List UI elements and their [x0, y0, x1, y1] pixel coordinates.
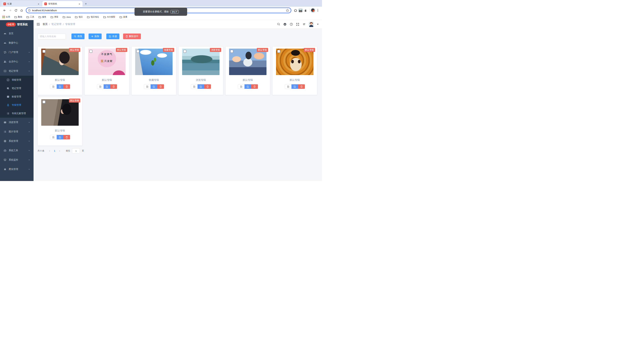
album-checkbox[interactable] — [136, 50, 139, 53]
screenshot-new-icon[interactable]: NEW — [298, 7, 303, 13]
select-all-button[interactable]: 全选 — [106, 33, 120, 39]
sidebar-item-albums[interactable]: 专辑管理 — [0, 101, 34, 109]
sidebar-item-tools[interactable]: 系统工具 — [0, 146, 34, 155]
extensions-puzzle-icon[interactable] — [303, 7, 308, 13]
view-button[interactable] — [97, 84, 104, 89]
edit-button[interactable] — [57, 84, 64, 89]
delete-button[interactable] — [204, 84, 211, 89]
album-checkbox[interactable] — [277, 50, 280, 53]
delete-button[interactable] — [298, 84, 305, 89]
edit-button[interactable] — [150, 84, 157, 89]
bookmark-folder[interactable]: 翻墙 — [14, 15, 22, 18]
edit-button[interactable] — [57, 135, 64, 139]
delete-button[interactable] — [110, 84, 117, 89]
back-icon[interactable] — [2, 7, 8, 13]
delete-selected-button[interactable]: 删除选中 — [123, 33, 141, 39]
help-icon[interactable]: ? — [290, 22, 293, 26]
album-checkbox[interactable] — [42, 100, 46, 103]
add-button[interactable]: 添加 — [88, 33, 102, 39]
next-page-icon[interactable]: › — [57, 149, 62, 152]
bookmark-folder[interactable]: 直播 — [120, 15, 127, 18]
album-checkbox[interactable] — [230, 50, 233, 53]
album-title: 默认专辑 — [272, 78, 317, 82]
new-tab-button[interactable]: + — [84, 1, 88, 6]
album-page-content: 查找 添加 全选 删除选中 — [34, 28, 322, 181]
bookmark-folder[interactable]: 项目 — [75, 15, 83, 18]
bookmark-folder[interactable]: 服务 — [38, 15, 46, 18]
power-icon[interactable] — [293, 7, 298, 13]
image-list-icon — [4, 130, 6, 133]
sidebar-item-monitor[interactable]: 系统监控 — [0, 155, 34, 165]
tab-close-icon[interactable]: × — [37, 2, 40, 5]
album-checkbox[interactable] — [183, 50, 186, 53]
browser-profile-avatar[interactable] — [310, 8, 315, 13]
prev-page-icon[interactable]: ‹ — [47, 149, 52, 152]
tab-close-icon[interactable]: × — [78, 2, 81, 5]
album-checkbox[interactable] — [90, 50, 92, 53]
album-checkbox[interactable] — [42, 50, 46, 53]
bookmark-folder[interactable]: Java — [63, 16, 70, 18]
edit-button[interactable] — [292, 84, 298, 89]
sidebar-fold-icon[interactable] — [36, 23, 40, 26]
github-icon[interactable] — [283, 22, 287, 26]
album-name-input[interactable] — [38, 33, 66, 39]
edit-icon — [109, 35, 111, 37]
sidebar-item-portal[interactable]: 门户管理 — [0, 48, 34, 57]
delete-button[interactable] — [251, 84, 258, 89]
sidebar-item-audit[interactable]: 审核管理 — [0, 76, 34, 84]
bookmark-apps[interactable]: 应用 — [2, 15, 10, 18]
sidebar-item-members[interactable]: 会员中心 — [0, 57, 34, 66]
sidebar-item-home[interactable]: 首页 — [0, 29, 34, 38]
site-info-icon[interactable] — [28, 9, 31, 12]
breadcrumb-notes[interactable]: 笔记管理 — [51, 23, 62, 26]
sidebar-item-system[interactable]: 系统管理 — [0, 136, 34, 146]
bookmark-label: 工具 — [30, 15, 34, 18]
sidebar-item-label: 图片管理 — [9, 130, 28, 133]
bookmark-star-icon[interactable] — [286, 9, 289, 12]
header-search-icon[interactable] — [277, 22, 280, 26]
edit-button[interactable] — [244, 84, 251, 89]
page-number[interactable]: 1 — [52, 149, 57, 152]
button-label: 添加 — [94, 35, 99, 38]
edit-button[interactable] — [104, 84, 110, 89]
delete-button[interactable] — [157, 84, 164, 89]
bookmark-folder[interactable]: AI大模型 — [103, 15, 115, 18]
edit-button[interactable] — [198, 84, 204, 89]
fullscreen-icon[interactable] — [296, 22, 300, 26]
reload-icon[interactable] — [13, 7, 19, 13]
book-icon — [4, 70, 6, 72]
chrome-menu-icon[interactable] — [315, 8, 320, 13]
avatar-caret-icon[interactable] — [317, 24, 319, 25]
view-button[interactable] — [238, 84, 244, 89]
user-avatar[interactable] — [308, 22, 314, 27]
browser-tab[interactable]: 红薯 × — [1, 1, 42, 7]
sidebar-item-images[interactable]: 图片管理 — [0, 127, 34, 136]
sidebar-item-data-center[interactable]: 数据中心 — [0, 38, 34, 48]
bookmark-folder[interactable]: 工具 — [26, 15, 34, 18]
delete-button[interactable] — [64, 84, 70, 89]
bookmark-folder[interactable]: 项目地址 — [87, 15, 99, 18]
text-size-icon[interactable]: tT — [302, 22, 306, 26]
home-icon[interactable] — [19, 7, 24, 13]
view-button[interactable] — [50, 84, 57, 89]
sidebar-item-album-elements[interactable]: 专辑元素管理 — [0, 109, 34, 118]
bookmark-folder[interactable]: 博客 — [51, 15, 58, 18]
sidebar-item-note-manage[interactable]: 笔记管理 — [0, 84, 34, 92]
find-button[interactable]: 查找 — [72, 33, 84, 39]
goto-page-input[interactable] — [72, 148, 80, 153]
avatar-face — [310, 23, 312, 25]
view-button[interactable] — [191, 84, 198, 89]
album-actions — [178, 84, 223, 89]
album-cover-image: 默认专辑 — [276, 49, 314, 75]
delete-button[interactable] — [64, 135, 70, 139]
breadcrumb-home[interactable]: 首页 — [42, 23, 48, 26]
sidebar-item-notes[interactable]: 笔记管理 — [0, 66, 34, 76]
forward-icon[interactable] — [8, 7, 13, 13]
browser-tab-active[interactable]: 管理系统 × — [42, 1, 82, 7]
view-button[interactable] — [144, 84, 150, 89]
sidebar-item-messages[interactable]: 消息管理 — [0, 118, 34, 127]
view-button[interactable] — [285, 84, 292, 89]
view-button[interactable] — [50, 135, 57, 139]
sidebar-item-tags[interactable]: I 标签管理 — [0, 92, 34, 101]
sidebar-item-crawler[interactable]: 爬虫管理 — [0, 165, 34, 174]
